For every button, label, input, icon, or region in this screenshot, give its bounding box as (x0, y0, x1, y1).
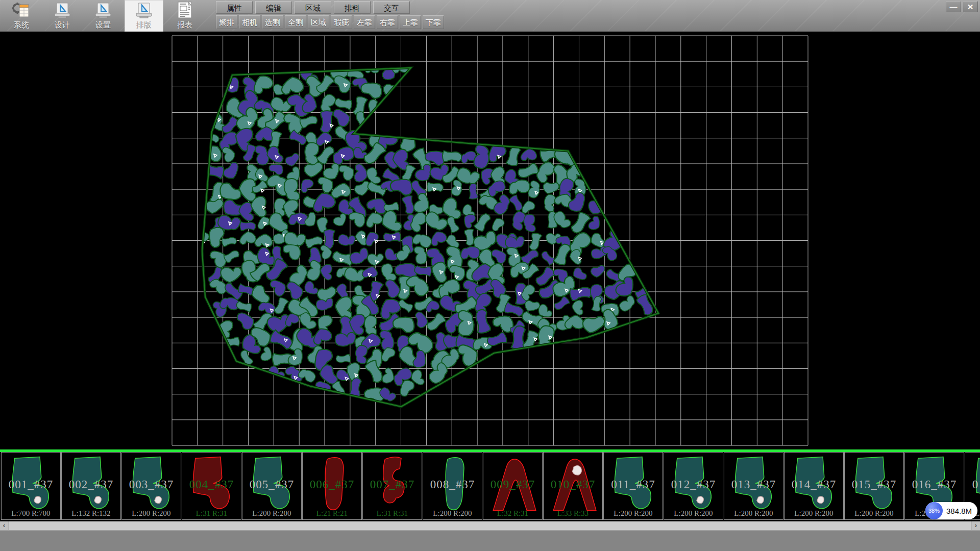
part-id-label: 007_#37 (363, 478, 422, 491)
action-button-7[interactable]: 左靠 (354, 15, 375, 29)
part-thumbnail-3[interactable]: 003_#37L:200 R:200 (121, 452, 181, 520)
menu-tab-3[interactable]: 区域 (295, 1, 331, 14)
part-id-label: 014_#37 (785, 478, 843, 491)
part-thumbnail-14[interactable]: 014_#37L:200 R:200 (784, 452, 844, 520)
part-id-label: 002_#37 (62, 478, 120, 491)
part-id-label: 001_#37 (2, 478, 60, 491)
part-lr-count-label: L:32 R:31 (483, 509, 542, 518)
menu-tab-2[interactable]: 编辑 (255, 1, 292, 14)
module-button-4[interactable]: 排版 (125, 0, 163, 32)
part-id-label: 010_#37 (544, 478, 602, 491)
scroll-left-arrow-icon[interactable]: ‹ (0, 521, 9, 530)
module-label: 设计 (43, 20, 82, 30)
part-lr-count-label: L:33 R:33 (544, 509, 602, 518)
part-lr-count-label: L:31 R:31 (363, 509, 422, 518)
part-lr-count-label: L:200 R:200 (724, 509, 783, 518)
top-toolbar: 系统设计设置排版报表 属性编辑区域排料交互 聚排相机选割全割区域瑕疵左靠右靠上靠… (0, 0, 980, 32)
part-id-label: 011_#37 (604, 478, 663, 491)
module-label: 设置 (84, 20, 122, 30)
part-lr-count-label: L:21 R:21 (303, 509, 361, 518)
part-id-label: 017_#37 (965, 478, 980, 491)
part-thumbnail-13[interactable]: 013_#37L:200 R:200 (724, 452, 783, 520)
module-label: 系统 (2, 20, 41, 30)
part-lr-count-label: L:200 R:200 (664, 509, 723, 518)
part-lr-count-label: L:132 R:132 (62, 509, 120, 518)
part-thumbnail-2[interactable]: 002_#37L:132 R:132 (61, 452, 121, 520)
part-thumbnail-8[interactable]: 008_#37L:200 R:200 (423, 452, 482, 520)
menu-tab-5[interactable]: 交互 (373, 1, 410, 14)
part-id-label: 009_#37 (483, 478, 542, 491)
part-id-label: 008_#37 (423, 478, 482, 491)
part-id-label: 003_#37 (122, 478, 181, 491)
part-thumbnail-9[interactable]: 009_#37L:32 R:31 (483, 452, 543, 520)
part-lr-count-label: L:700 R:700 (2, 509, 60, 518)
part-id-label: 006_#37 (303, 478, 361, 491)
action-button-8[interactable]: 右靠 (377, 15, 398, 29)
part-thumbnail-5[interactable]: 005_#37L:200 R:200 (242, 452, 302, 520)
part-lr-count-label: L:200 R:200 (604, 509, 663, 518)
module-button-5[interactable]: 报表 (165, 0, 204, 32)
action-button-2[interactable]: 相机 (239, 15, 260, 29)
part-id-label: 005_#37 (242, 478, 301, 491)
module-button-2[interactable]: 设计 (43, 0, 82, 32)
part-id-label: 004_#37 (182, 478, 241, 491)
part-lr-count-label: L:200 R:200 (423, 509, 482, 518)
part-lr-count-label: L:200 R:200 (845, 509, 903, 518)
scroll-right-arrow-icon[interactable]: › (971, 521, 980, 530)
memory-usage-label: 384.8M (946, 507, 972, 515)
part-id-label: 015_#37 (845, 478, 903, 491)
module-button-3[interactable]: 设置 (84, 0, 122, 32)
action-button-9[interactable]: 上靠 (400, 15, 421, 29)
part-lr-count-label: L:31 R:31 (182, 509, 241, 518)
part-thumbnail-6[interactable]: 006_#37L:21 R:21 (302, 452, 362, 520)
part-thumbnail-10[interactable]: 010_#37L:33 R:33 (543, 452, 603, 520)
module-label: 报表 (165, 20, 204, 30)
action-button-10[interactable]: 下靠 (423, 15, 444, 29)
status-bar (0, 530, 980, 551)
action-button-3[interactable]: 选割 (262, 15, 283, 29)
module-label: 排版 (125, 20, 163, 30)
part-thumbnail-7[interactable]: 007_#37L:31 R:31 (362, 452, 422, 520)
part-thumbnail-1[interactable]: 001_#37L:700 R:700 (1, 452, 61, 520)
part-thumbnail-4[interactable]: 004_#37L:31 R:31 (182, 452, 241, 520)
part-id-label: 012_#37 (664, 478, 723, 491)
close-button[interactable]: ✕ (963, 1, 978, 12)
part-lr-count-label: L:200 R:200 (122, 509, 181, 518)
part-id-label: 013_#37 (724, 478, 783, 491)
action-button-5[interactable]: 区域 (308, 15, 329, 29)
progress-percent-badge: 38% (925, 502, 943, 519)
menu-tab-1[interactable]: 属性 (216, 1, 253, 14)
action-button-4[interactable]: 全割 (285, 15, 306, 29)
nesting-canvas (0, 32, 980, 449)
part-thumbnail-strip: 001_#37L:700 R:700002_#37L:132 R:132003_… (0, 449, 980, 520)
part-lr-count-label: L:200 R:200 (785, 509, 843, 518)
minimize-button[interactable]: — (946, 1, 961, 12)
action-button-6[interactable]: 瑕疵 (331, 15, 352, 29)
part-lr-count-label: L:200 R:200 (242, 509, 301, 518)
module-button-1[interactable]: 系统 (2, 0, 41, 32)
part-thumbnail-12[interactable]: 012_#37L:200 R:200 (664, 452, 723, 520)
action-button-1[interactable]: 聚排 (216, 15, 237, 29)
part-thumbnail-15[interactable]: 015_#37L:200 R:200 (844, 452, 904, 520)
menu-tab-4[interactable]: 排料 (334, 1, 371, 14)
part-thumbnail-11[interactable]: 011_#37L:200 R:200 (603, 452, 663, 520)
horizontal-scrollbar[interactable]: ‹ › (0, 521, 980, 530)
nesting-canvas-viewport[interactable] (0, 32, 980, 449)
progress-badge: 38% 384.8M (925, 502, 977, 519)
part-id-label: 016_#37 (905, 478, 964, 491)
